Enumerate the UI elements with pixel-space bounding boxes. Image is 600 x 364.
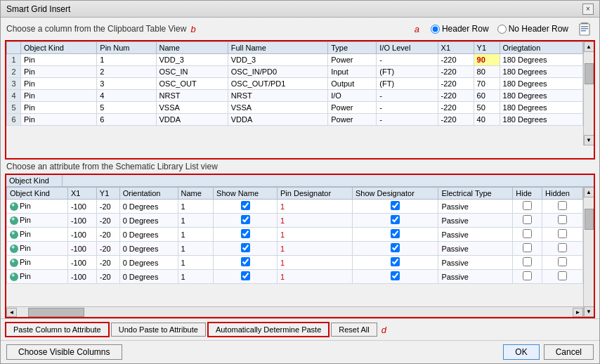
bottom-cell-hide[interactable]: [513, 270, 542, 284]
no-header-row-input[interactable]: [497, 25, 507, 34]
col-header-pin-num[interactable]: Pin Num: [97, 42, 156, 54]
bcol-orientation[interactable]: Orientation: [119, 188, 178, 200]
no-header-row-radio[interactable]: No Header Row: [497, 24, 568, 34]
h-scroll-right[interactable]: ►: [573, 308, 583, 317]
col-header-x1[interactable]: X1: [438, 42, 474, 54]
bcol-y1[interactable]: Y1: [96, 188, 119, 200]
scroll-down-btn[interactable]: ▼: [584, 135, 594, 145]
undo-paste-button[interactable]: Undo Paste to Attribute: [111, 323, 206, 337]
top-cell-pin-num: 6: [97, 114, 156, 126]
hidden-checkbox[interactable]: [558, 257, 567, 266]
bottom-cell-hidden[interactable]: [542, 214, 583, 228]
bottom-cell-show-name[interactable]: [214, 228, 278, 242]
bcol-pin-designator[interactable]: Pin Designator: [277, 188, 352, 200]
hidden-checkbox[interactable]: [558, 201, 567, 210]
bottom-cell-show-des[interactable]: [353, 242, 438, 256]
bottom-cell-hide[interactable]: [513, 214, 542, 228]
hide-checkbox[interactable]: [523, 215, 532, 224]
show-des-checkbox[interactable]: [391, 201, 400, 210]
bottom-cell-show-des[interactable]: [353, 214, 438, 228]
header-row-radio[interactable]: Header Row: [431, 24, 489, 34]
col-header-name[interactable]: Name: [156, 42, 228, 54]
show-name-checkbox[interactable]: [241, 215, 250, 224]
bottom-scroll-down-btn[interactable]: ▼: [584, 306, 594, 317]
col-header-orientation[interactable]: Oriegtation: [500, 42, 582, 54]
bcol-x1[interactable]: X1: [67, 188, 96, 200]
subheader-object-kind: Object Kind: [6, 175, 63, 186]
col-header-y1[interactable]: Y1: [474, 42, 500, 54]
show-des-checkbox[interactable]: [391, 243, 400, 252]
col-header-object-kind[interactable]: Object Kind: [21, 42, 97, 54]
show-name-checkbox[interactable]: [241, 271, 250, 280]
bottom-cell-hide[interactable]: [513, 256, 542, 270]
top-cell-full-name: NRST: [228, 90, 327, 102]
bottom-cell-hidden[interactable]: [542, 228, 583, 242]
hidden-checkbox[interactable]: [558, 271, 567, 280]
bottom-cell-show-name[interactable]: [214, 242, 278, 256]
hide-checkbox[interactable]: [523, 201, 532, 210]
bottom-cell-show-name[interactable]: [214, 256, 278, 270]
bottom-cell-show-des[interactable]: [353, 256, 438, 270]
bottom-cell-pin-des: 1: [277, 228, 352, 242]
show-name-checkbox[interactable]: [241, 201, 250, 210]
show-name-checkbox[interactable]: [241, 257, 250, 266]
h-scroll-thumb[interactable]: [28, 308, 84, 317]
bottom-cell-hidden[interactable]: [542, 256, 583, 270]
bcol-electrical-type[interactable]: Electrical Type: [438, 188, 513, 200]
hidden-checkbox[interactable]: [558, 243, 567, 252]
bcol-hide[interactable]: Hide: [513, 188, 542, 200]
bottom-cell-hidden[interactable]: [542, 200, 583, 214]
top-table-scrollbar[interactable]: ▲ ▼: [583, 41, 594, 145]
show-des-checkbox[interactable]: [391, 257, 400, 266]
hide-checkbox[interactable]: [523, 257, 532, 266]
hide-checkbox[interactable]: [523, 229, 532, 238]
bottom-cell-show-name[interactable]: [214, 214, 278, 228]
bcol-name[interactable]: Name: [178, 188, 214, 200]
col-header-full-name[interactable]: Full Name: [228, 42, 327, 54]
choose-visible-columns-button[interactable]: Choose Visible Columns: [6, 344, 122, 360]
show-des-checkbox[interactable]: [391, 229, 400, 238]
col-header-io-level[interactable]: I/O Level: [377, 42, 438, 54]
bottom-scroll-thumb[interactable]: [585, 209, 594, 230]
marker-d: d: [381, 325, 386, 335]
bottom-cell-show-des[interactable]: [353, 270, 438, 284]
bottom-cell-show-des[interactable]: [353, 228, 438, 242]
bcol-object-kind[interactable]: Object Kind: [7, 188, 68, 200]
bottom-table-scrollbar[interactable]: ▲ ▼: [583, 187, 594, 317]
top-cell-y1: 80: [474, 66, 500, 78]
header-row-input[interactable]: [431, 25, 440, 34]
close-button[interactable]: ×: [582, 4, 594, 15]
bottom-cell-hide[interactable]: [513, 228, 542, 242]
scroll-up-btn[interactable]: ▲: [584, 41, 594, 52]
paste-column-button[interactable]: Paste Column to Attribute: [5, 322, 110, 337]
hide-checkbox[interactable]: [523, 243, 532, 252]
top-cell-x1: -220: [438, 54, 474, 66]
col-header-type[interactable]: Type: [328, 42, 377, 54]
h-scroll-left[interactable]: ◄: [6, 308, 17, 317]
bottom-cell-show-des[interactable]: [353, 200, 438, 214]
ok-button[interactable]: OK: [503, 344, 539, 360]
show-name-checkbox[interactable]: [241, 229, 250, 238]
hidden-checkbox[interactable]: [558, 229, 567, 238]
hidden-checkbox[interactable]: [558, 215, 567, 224]
bcol-show-name[interactable]: Show Name: [214, 188, 278, 200]
hide-checkbox[interactable]: [523, 271, 532, 280]
bcol-hidden[interactable]: Hidden: [542, 188, 583, 200]
header-row-label: Header Row: [442, 24, 489, 34]
bottom-cell-hide[interactable]: [513, 200, 542, 214]
auto-determine-button[interactable]: Automatically Determine Paste: [207, 322, 330, 337]
bottom-cell-hidden[interactable]: [542, 242, 583, 256]
reset-all-button[interactable]: Reset All: [331, 323, 377, 337]
show-name-checkbox[interactable]: [241, 243, 250, 252]
bottom-cell-show-name[interactable]: [214, 200, 278, 214]
bcol-show-designator[interactable]: Show Designator: [353, 188, 438, 200]
bottom-cell-hidden[interactable]: [542, 270, 583, 284]
show-des-checkbox[interactable]: [391, 215, 400, 224]
bottom-cell-show-name[interactable]: [214, 270, 278, 284]
bottom-scroll-up-btn[interactable]: ▲: [584, 187, 594, 197]
bottom-cell-hide[interactable]: [513, 242, 542, 256]
show-des-checkbox[interactable]: [391, 271, 400, 280]
bottom-h-scrollbar[interactable]: ◄ ►: [6, 306, 583, 317]
scroll-thumb[interactable]: [585, 63, 594, 84]
cancel-button[interactable]: Cancel: [544, 344, 594, 360]
